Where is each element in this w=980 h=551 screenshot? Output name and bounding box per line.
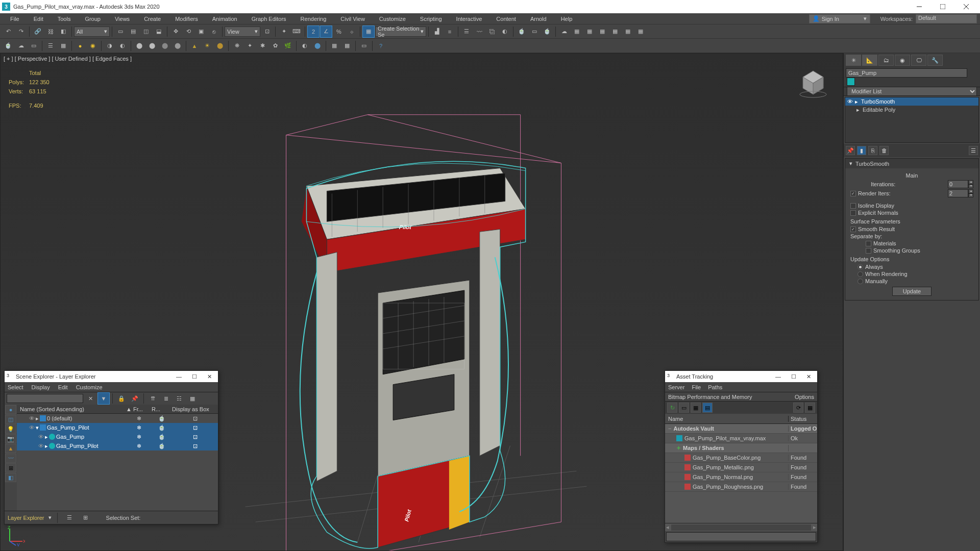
misc3-icon[interactable]: ▭ [358,40,370,52]
tb-extra5[interactable]: ▦ [622,26,634,38]
render-setup-button[interactable]: 🍵 [516,26,528,38]
se-columns[interactable]: Name (Sorted Ascending) ▲ Fr... R... Dis… [17,405,218,414]
tb-extra2[interactable]: ▦ [583,26,596,38]
se-close-button[interactable]: ✕ [203,373,216,380]
at-row[interactable]: Gas_Pump_Pilot_max_vray.maxOk [665,434,817,443]
select-move-button[interactable]: ✥ [169,26,182,38]
hierarchy-tab[interactable]: 🗂 [878,55,894,66]
menu-interactive[interactable]: Interactive [449,13,489,24]
menu-help[interactable]: Help [554,13,580,24]
menu-create[interactable]: Create [137,13,168,24]
tb-extra1[interactable]: ▦ [571,26,583,38]
particle4-icon[interactable]: ✿ [269,40,281,52]
viewport-label[interactable]: [ + ] [ Perspective ] [ User Defined ] [… [4,56,132,62]
se-side-light[interactable]: 💡 [5,424,16,434]
window-crossing-button[interactable]: ⬓ [153,26,165,38]
update-button[interactable]: Update [892,287,932,296]
at-hscroll[interactable]: ◂ ▸ [665,523,817,531]
se-side-group[interactable]: ⊞ [5,463,16,472]
teapot-icon[interactable]: 🍵 [2,40,14,52]
se-row[interactable]: 👁 ▸ Gas_Pump❄🍵⊡ [17,432,218,441]
named-selection-dropdown[interactable]: Create Selection Se▾ [375,27,426,37]
se-foot-b2[interactable]: ⊞ [80,512,92,524]
modify-tab[interactable]: 📐 [862,55,877,66]
render-iters-check[interactable]: ✓ [850,191,856,196]
at-minimize-button[interactable]: — [771,373,785,380]
target-icon[interactable]: ◉ [87,40,99,52]
menu-customize[interactable]: Customize [372,13,413,24]
select-object-button[interactable]: ▭ [114,26,127,38]
layer-explorer-button[interactable]: ☰ [460,26,473,38]
se-maximize-button[interactable]: ☐ [188,373,201,380]
utilities-tab[interactable]: 🔧 [927,55,943,66]
se-foot-dd[interactable]: ▾ [48,514,52,521]
box-icon[interactable]: ▭ [28,40,40,52]
manually-radio[interactable] [857,279,863,284]
render-iters-spinner[interactable]: ▴▾ [948,189,973,197]
mirror-button[interactable]: ▟ [431,26,443,38]
maximize-button[interactable] [931,0,954,13]
at-close-button[interactable]: ✕ [802,373,815,380]
at-menu-file[interactable]: File [692,384,701,390]
sun-icon[interactable]: ☀ [201,40,213,52]
motion-tab[interactable]: ◉ [895,55,910,66]
tb-extra6[interactable]: ▦ [634,26,647,38]
grid-icon[interactable]: ▦ [57,40,69,52]
sphere4-icon[interactable]: ⬤ [172,40,184,52]
asset-tracking-titlebar[interactable]: 3 Asset Tracking — ☐ ✕ [665,371,817,382]
se-pin-button[interactable]: 📌 [129,392,141,405]
se-menu-select[interactable]: Select [8,384,23,390]
sphere5-icon[interactable]: ⬤ [214,40,226,52]
rollout-header[interactable]: ▾ TurboSmooth [845,159,978,168]
se-menu-display[interactable]: Display [32,384,50,390]
link-button[interactable]: 🔗 [32,26,44,38]
at-col-status[interactable]: Status [789,416,817,422]
select-scale-button[interactable]: ▣ [195,26,207,38]
menu-edit[interactable]: Edit [27,13,51,24]
menu-civil-view[interactable]: Civil View [333,13,372,24]
menu-file[interactable]: File [3,13,27,24]
menu-arnold[interactable]: Arnold [523,13,554,24]
se-side-warp[interactable]: 〰 [5,454,16,463]
at-row[interactable]: Gas_Pump_Roughness.pngFound [665,482,817,492]
helper2-icon[interactable]: ◐ [116,40,129,52]
spinner-snap-button[interactable]: ⟐ [346,26,358,38]
render-button[interactable]: 🍵 [541,26,553,38]
se-t3-button[interactable]: ☷ [173,392,185,405]
at-options-label[interactable]: Options [795,394,814,400]
unlink-button[interactable]: ⛓ [44,26,57,38]
se-row[interactable]: 👁 ▸ 0 (default)❄🍵⊡ [17,414,218,423]
selection-filter-dropdown[interactable]: All▾ [74,27,110,37]
display-tab[interactable]: 🖵 [911,55,926,66]
at-row[interactable]: ✦ Maps / Shaders [665,443,817,453]
plant-icon[interactable]: 🌿 [282,40,294,52]
menu-rendering[interactable]: Rendering [293,13,334,24]
redo-button[interactable]: ↷ [15,26,27,38]
object-color-swatch[interactable] [847,78,855,86]
at-refresh-button[interactable]: ↻ [667,403,677,413]
se-side-box[interactable]: ◫ [5,415,16,424]
smooth-check[interactable]: ✓ [850,227,856,232]
manipulate-button[interactable]: ✦ [278,26,290,38]
materials-check[interactable] [866,241,871,246]
se-menu-edit[interactable]: Edit [58,384,68,390]
at-b6[interactable]: ▦ [805,403,815,413]
se-side-cam[interactable]: 📷 [5,434,16,443]
se-lock-button[interactable]: 🔒 [115,392,128,405]
minimize-button[interactable] [908,0,931,13]
se-minimize-button[interactable]: — [172,373,186,380]
menu-graph-editors[interactable]: Graph Editors [244,13,293,24]
at-row[interactable]: Gas_Pump_Normal.pngFound [665,472,817,482]
particle3-icon[interactable]: ✱ [256,40,268,52]
eye-icon[interactable]: 👁 [847,98,853,105]
se-side-sphere[interactable]: ● [5,405,16,414]
se-t1-button[interactable]: ⇈ [146,392,159,405]
snap-angle-button[interactable]: ∠ [320,26,332,38]
particle2-icon[interactable]: ✦ [243,40,256,52]
menu-tools[interactable]: Tools [51,13,78,24]
se-foot-b1[interactable]: ☰ [63,512,76,524]
se-row[interactable]: 👁 ▸ Gas_Pump_Pilot❄🍵⊡ [17,441,218,450]
always-radio[interactable] [857,264,863,270]
explicit-check[interactable] [850,210,856,216]
at-sub-label[interactable]: Bitmap Performance and Memory [668,394,752,400]
